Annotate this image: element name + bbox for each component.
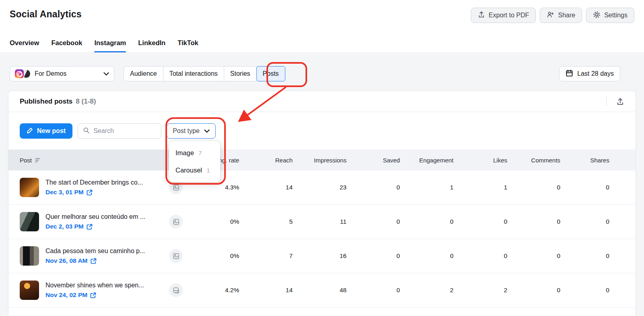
account-name: For Demos bbox=[35, 70, 103, 77]
table-row: The start of December brings co... Dec 3… bbox=[8, 170, 636, 205]
column-header-saved[interactable]: Saved bbox=[347, 157, 400, 164]
settings-button[interactable]: Settings bbox=[586, 8, 634, 23]
post-title: Cada pessoa tem seu caminho p... bbox=[45, 247, 169, 255]
shares-value: 0 bbox=[560, 184, 609, 191]
chevron-down-icon bbox=[103, 70, 109, 77]
new-post-label: New post bbox=[37, 127, 66, 135]
share-person-plus-icon bbox=[547, 11, 554, 20]
engagement-value: 0 bbox=[400, 218, 454, 225]
reach-value: 5 bbox=[239, 218, 293, 225]
search-box bbox=[78, 123, 161, 139]
share-button[interactable]: Share bbox=[540, 8, 582, 23]
post-cell: Cada pessoa tem seu caminho p... Nov 26,… bbox=[8, 246, 185, 266]
image-type-icon bbox=[169, 181, 183, 194]
saved-value: 0 bbox=[347, 287, 400, 294]
tab-overview[interactable]: Overview bbox=[10, 39, 39, 52]
saved-value: 0 bbox=[347, 252, 400, 260]
post-title: The start of December brings co... bbox=[45, 179, 169, 186]
date-range-button[interactable]: Last 28 days bbox=[559, 66, 620, 81]
column-header-comments[interactable]: Comments bbox=[507, 157, 560, 164]
image-type-icon bbox=[169, 215, 183, 229]
column-header-reach[interactable]: Reach bbox=[239, 157, 293, 164]
channel-tabs: Overview Facebook Instagram LinkedIn Tik… bbox=[10, 39, 198, 52]
carousel-type-icon bbox=[169, 283, 183, 297]
segment-stories[interactable]: Stories bbox=[224, 66, 257, 81]
export-pdf-label: Export to PDF bbox=[489, 12, 529, 19]
impressions-value: 16 bbox=[293, 252, 347, 260]
external-link-icon bbox=[91, 258, 97, 264]
account-selector[interactable]: For Demos bbox=[10, 66, 114, 81]
calendar-icon bbox=[566, 69, 573, 79]
post-cell: November shines when we spen... Nov 24, … bbox=[8, 281, 185, 300]
engagement-value: 1 bbox=[400, 184, 454, 191]
post-cell: Quer melhorar seu conteúdo em ... Dec 2,… bbox=[8, 212, 185, 231]
shares-value: 0 bbox=[560, 218, 609, 225]
tab-facebook[interactable]: Facebook bbox=[51, 39, 82, 52]
tab-instagram[interactable]: Instagram bbox=[94, 39, 126, 52]
instagram-logo-icon bbox=[15, 69, 24, 78]
column-header-shares[interactable]: Shares bbox=[560, 157, 609, 164]
share-label: Share bbox=[558, 12, 575, 19]
post-type-dropdown-menu: Image 7 Carousel 1 bbox=[169, 141, 220, 182]
eng-rate-value: 0% bbox=[185, 252, 239, 260]
card-title: Published posts bbox=[20, 98, 72, 106]
post-date-link[interactable]: Dec 3, 01 PM bbox=[45, 189, 169, 196]
search-icon bbox=[83, 127, 90, 135]
engagement-value: 2 bbox=[400, 287, 454, 294]
post-type-label: Post type bbox=[173, 127, 200, 135]
card-header: Published posts 8 (1-8) bbox=[8, 91, 636, 112]
post-thumbnail[interactable] bbox=[20, 178, 39, 197]
pencil-icon bbox=[27, 127, 33, 135]
export-pdf-button[interactable]: Export to PDF bbox=[471, 8, 536, 23]
option-count: 7 bbox=[198, 150, 202, 157]
export-table-button[interactable] bbox=[615, 96, 626, 107]
tab-linkedin[interactable]: LinkedIn bbox=[138, 39, 165, 52]
page-title: Social Analytics bbox=[10, 9, 82, 20]
table-row: November shines when we spen... Nov 24, … bbox=[8, 273, 636, 308]
saved-value: 0 bbox=[347, 184, 400, 191]
published-posts-card: Published posts 8 (1-8) New post Post ty… bbox=[8, 91, 636, 316]
segment-audience[interactable]: Audience bbox=[124, 66, 163, 81]
sort-icon bbox=[35, 157, 40, 164]
impressions-value: 48 bbox=[293, 287, 347, 294]
column-header-post[interactable]: Post bbox=[8, 157, 185, 164]
saved-value: 0 bbox=[347, 218, 400, 225]
segment-posts[interactable]: Posts bbox=[256, 66, 285, 81]
post-thumbnail[interactable] bbox=[20, 212, 39, 231]
column-header-impressions[interactable]: Impressions bbox=[293, 157, 347, 164]
menu-item-image[interactable]: Image 7 bbox=[169, 144, 220, 162]
menu-item-carousel[interactable]: Carousel 1 bbox=[169, 162, 220, 179]
column-header-engagement[interactable]: Engagement bbox=[400, 157, 454, 164]
column-header-likes[interactable]: Likes bbox=[454, 157, 508, 164]
post-date-link[interactable]: Nov 26, 08 AM bbox=[45, 257, 169, 264]
comments-value: 0 bbox=[507, 252, 560, 260]
option-count: 1 bbox=[206, 167, 210, 174]
external-link-icon bbox=[90, 292, 96, 298]
search-input[interactable] bbox=[93, 127, 150, 135]
shares-value: 0 bbox=[560, 287, 609, 294]
date-range-label: Last 28 days bbox=[577, 70, 614, 77]
eng-rate-value: 0% bbox=[185, 218, 239, 225]
post-thumbnail[interactable] bbox=[20, 246, 39, 266]
table-row-partial bbox=[8, 308, 636, 316]
post-thumbnail[interactable] bbox=[20, 281, 39, 300]
image-type-icon bbox=[169, 249, 183, 263]
table-row: Quer melhorar seu conteúdo em ... Dec 2,… bbox=[8, 205, 636, 239]
posts-toolbar: New post Post type bbox=[20, 123, 624, 139]
gear-icon bbox=[593, 11, 601, 20]
likes-value: 1 bbox=[454, 184, 508, 191]
impressions-value: 11 bbox=[293, 218, 347, 225]
post-date-link[interactable]: Dec 2, 03 PM bbox=[45, 223, 169, 230]
tab-tiktok[interactable]: TikTok bbox=[178, 39, 198, 52]
segment-total-interactions[interactable]: Total interactions bbox=[163, 66, 224, 81]
comments-value: 0 bbox=[507, 287, 560, 294]
reach-value: 14 bbox=[239, 184, 293, 191]
new-post-button[interactable]: New post bbox=[20, 123, 72, 139]
header-divider bbox=[606, 97, 607, 106]
settings-label: Settings bbox=[604, 12, 627, 19]
reach-value: 14 bbox=[239, 287, 293, 294]
eng-rate-value: 4.3% bbox=[185, 184, 239, 191]
card-count: 8 (1-8) bbox=[76, 98, 96, 106]
post-type-dropdown-button[interactable]: Post type bbox=[167, 123, 216, 139]
post-date-link[interactable]: Nov 24, 02 PM bbox=[45, 291, 169, 299]
